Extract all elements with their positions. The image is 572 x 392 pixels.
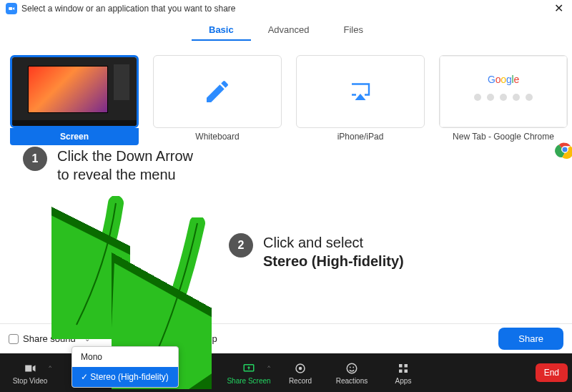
tab-files[interactable]: Files	[327, 20, 380, 41]
chrome-preview: Google	[440, 56, 567, 127]
optimize-video-label: Optimize for video clip	[126, 333, 217, 344]
annotation-arrow-1	[51, 196, 130, 339]
svg-rect-12	[399, 364, 403, 368]
google-logo-text: Google	[488, 74, 519, 85]
chevron-up-icon[interactable]: ^	[267, 364, 270, 371]
source-chrome-label: New Tab - Google Chrome	[439, 128, 568, 145]
share-sources: Screen Whiteboard iPhone/iPad Google New…	[0, 41, 572, 145]
svg-rect-13	[405, 364, 408, 368]
toolbar-reactions-label: Reactions	[336, 377, 368, 385]
toolbar-apps-label: Apps	[395, 377, 412, 385]
video-icon	[24, 362, 36, 375]
toolbar-stop-video-label: Stop Video	[13, 377, 48, 385]
share-button[interactable]: Share	[498, 328, 563, 350]
share-screen-icon	[242, 362, 255, 375]
pencil-icon	[203, 77, 232, 106]
svg-point-8	[299, 366, 302, 370]
toolbar-apps[interactable]: Apps	[378, 361, 429, 385]
share-sound-checkbox[interactable]: Share sound	[9, 333, 76, 344]
source-whiteboard[interactable]: Whiteboard	[153, 55, 282, 145]
step1-text-line2: to reveal the menu	[57, 165, 193, 184]
step1-text-line1: Click the Down Arrow	[57, 147, 193, 165]
svg-point-11	[352, 366, 354, 368]
tab-basic[interactable]: Basic	[192, 20, 251, 41]
svg-point-9	[347, 363, 357, 373]
svg-rect-14	[399, 369, 403, 373]
menu-item-mono[interactable]: Mono	[72, 347, 178, 367]
tab-advanced[interactable]: Advanced	[251, 20, 327, 41]
svg-rect-15	[405, 369, 408, 373]
toolbar-share-screen[interactable]: ^ Share Screen	[223, 361, 275, 385]
source-iphone-label: iPhone/iPad	[296, 128, 425, 145]
menu-item-stereo[interactable]: Stereo (High-fidelity)	[72, 367, 178, 387]
toolbar-share-screen-label: Share Screen	[227, 377, 270, 385]
step2-text-line2: Stereo (High-fidelity)	[263, 252, 404, 270]
toolbar-reactions[interactable]: Reactions	[326, 361, 378, 385]
chevron-up-icon[interactable]: ^	[49, 364, 51, 371]
toolbar-stop-video[interactable]: ^ Stop Video	[4, 361, 56, 385]
record-icon	[294, 362, 307, 375]
end-meeting-button[interactable]: End	[536, 363, 568, 382]
zoom-app-icon	[6, 3, 17, 14]
airplay-icon	[347, 79, 373, 104]
svg-rect-0	[9, 7, 12, 10]
toolbar-record[interactable]: Record	[275, 361, 326, 385]
optimize-video-checkbox[interactable]: Optimize for video clip	[112, 333, 217, 344]
toolbar-record-label: Record	[289, 377, 312, 385]
step2-text-line1: Click and select	[263, 233, 404, 252]
annotation-step-2: 2 Click and select Stereo (High-fidelity…	[229, 233, 404, 270]
chrome-icon	[555, 139, 572, 160]
step-badge-2: 2	[229, 233, 253, 258]
source-whiteboard-label: Whiteboard	[153, 128, 282, 145]
screen-preview-icon	[12, 57, 137, 126]
svg-point-10	[350, 366, 351, 368]
toolbar-chat-label: Chat	[189, 377, 204, 385]
source-iphone-ipad[interactable]: iPhone/iPad	[296, 55, 425, 145]
reactions-icon	[345, 362, 358, 375]
share-sound-dropdown-caret[interactable]: ⌄	[82, 333, 93, 344]
checkbox-icon	[9, 334, 19, 344]
source-chrome-window[interactable]: Google New Tab - Google Chrome	[439, 55, 568, 145]
toolbar-chat[interactable]: Chat	[172, 361, 223, 385]
share-sound-label: Share sound	[23, 333, 76, 344]
apps-icon	[397, 362, 410, 375]
source-screen-label: Screen	[10, 128, 139, 145]
step-badge-1: 1	[23, 147, 47, 171]
checkbox-icon	[112, 334, 122, 344]
dialog-title: Select a window or an application that y…	[21, 4, 236, 14]
close-icon[interactable]: ✕	[551, 3, 566, 14]
share-sound-menu: Mono Stereo (High-fidelity)	[72, 346, 179, 388]
titlebar: Select a window or an application that y…	[0, 0, 572, 17]
share-tabs: Basic Advanced Files	[0, 20, 572, 41]
source-screen[interactable]: Screen	[10, 55, 139, 145]
annotation-step-1: 1 Click the Down Arrow to reveal the men…	[23, 147, 193, 184]
chat-icon	[191, 362, 204, 375]
